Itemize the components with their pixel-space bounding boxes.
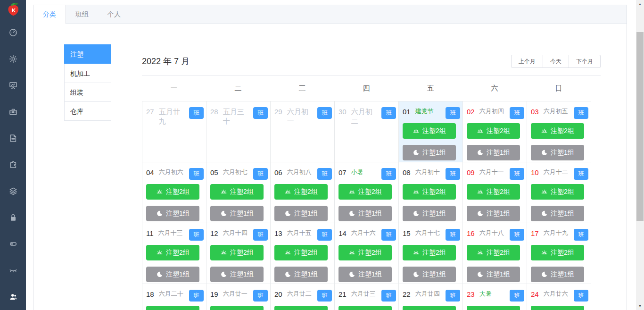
calendar-day-cell[interactable]: 10六月十二班注塑2组注塑1组 xyxy=(527,162,591,223)
calendar-day-cell[interactable]: 24六月廿六班注塑2组注塑1组 xyxy=(527,284,591,310)
calendar-day-cell[interactable]: 21六月廿三班注塑2组注塑1组 xyxy=(335,284,399,310)
night-shift-button[interactable]: 注塑1组 xyxy=(210,206,264,221)
calendar-day-cell[interactable]: 19六月廿一班注塑2组注塑1组 xyxy=(206,284,271,310)
day-shift-button[interactable]: 注塑2组 xyxy=(339,306,392,310)
day-shift-button[interactable]: 注塑2组 xyxy=(467,245,520,260)
calendar-day-cell[interactable]: 18六月二十班注塑2组注塑1组 xyxy=(142,284,206,310)
day-shift-button[interactable]: 注塑2组 xyxy=(210,184,264,200)
toggle-icon[interactable] xyxy=(0,231,26,257)
day-shift-button[interactable]: 注塑2组 xyxy=(531,123,584,139)
day-shift-button[interactable]: 注塑2组 xyxy=(339,184,392,200)
night-shift-button[interactable]: 注塑1组 xyxy=(339,206,392,221)
prev-month-button[interactable]: 上个月 xyxy=(511,55,543,68)
category-machining[interactable]: 机加工 xyxy=(65,64,111,83)
shift-badge-button[interactable]: 班 xyxy=(189,290,204,302)
day-shift-button[interactable]: 注塑2组 xyxy=(531,245,584,260)
shift-badge-button[interactable]: 班 xyxy=(446,168,460,180)
shift-badge-button[interactable]: 班 xyxy=(574,107,588,119)
night-shift-button[interactable]: 注塑1组 xyxy=(467,145,520,160)
day-shift-button[interactable]: 注塑2组 xyxy=(146,245,199,260)
calendar-day-cell[interactable]: 03六月初五班注塑2组注塑1组 xyxy=(527,101,591,162)
shift-badge-button[interactable]: 班 xyxy=(381,229,396,241)
shift-badge-button[interactable]: 班 xyxy=(510,290,524,302)
shift-badge-button[interactable]: 班 xyxy=(253,229,268,241)
document-icon[interactable] xyxy=(0,125,26,151)
day-shift-button[interactable]: 注塑2组 xyxy=(210,245,264,260)
calendar-day-cell[interactable]: 23大暑班注塑2组注塑1组 xyxy=(463,284,527,310)
tab-category[interactable]: 分类 xyxy=(33,5,66,24)
shift-badge-button[interactable]: 班 xyxy=(189,229,204,241)
night-shift-button[interactable]: 注塑1组 xyxy=(274,206,328,221)
day-shift-button[interactable]: 注塑2组 xyxy=(146,184,199,200)
lock-icon[interactable] xyxy=(0,204,26,231)
night-shift-button[interactable]: 注塑1组 xyxy=(531,145,584,160)
day-shift-button[interactable]: 注塑2组 xyxy=(339,245,392,260)
calendar-day-cell[interactable]: 08六月初十班注塑2组注塑1组 xyxy=(399,162,463,223)
presentation-chart-icon[interactable] xyxy=(0,72,26,99)
day-shift-button[interactable]: 注塑2组 xyxy=(403,306,456,310)
calendar-day-cell[interactable]: 27五月廿九班 xyxy=(142,101,206,162)
users-icon[interactable] xyxy=(0,284,26,310)
shift-badge-button[interactable]: 班 xyxy=(381,290,396,302)
shift-badge-button[interactable]: 班 xyxy=(510,107,524,119)
calendar-day-cell[interactable]: 05六月初七班注塑2组注塑1组 xyxy=(206,162,271,223)
calendar-day-cell[interactable]: 20六月廿二班注塑2组注塑1组 xyxy=(271,284,335,310)
calendar-day-cell[interactable]: 13六月十五班注塑2组注塑1组 xyxy=(271,223,335,284)
day-shift-button[interactable]: 注塑2组 xyxy=(274,245,328,260)
calendar-day-cell[interactable]: 30六月初二班 xyxy=(335,101,399,162)
day-shift-button[interactable]: 注塑2组 xyxy=(403,245,456,260)
page-scrollbar[interactable]: ▲ ▼ xyxy=(636,0,644,310)
night-shift-button[interactable]: 注塑1组 xyxy=(531,206,584,221)
shift-badge-button[interactable]: 班 xyxy=(574,168,588,180)
category-warehouse[interactable]: 仓库 xyxy=(65,102,111,121)
category-assembly[interactable]: 组装 xyxy=(65,83,111,102)
calendar-day-cell[interactable]: 09六月十一班注塑2组注塑1组 xyxy=(463,162,527,223)
settings-gear-icon[interactable] xyxy=(0,46,26,72)
shift-badge-button[interactable]: 班 xyxy=(317,107,332,119)
shift-badge-button[interactable]: 班 xyxy=(253,168,268,180)
calendar-day-cell[interactable]: 01建党节班注塑2组注塑1组 xyxy=(399,101,463,162)
day-shift-button[interactable]: 注塑2组 xyxy=(467,306,520,310)
shift-badge-button[interactable]: 班 xyxy=(574,229,588,241)
tab-team[interactable]: 班组 xyxy=(66,5,98,24)
tab-personal[interactable]: 个人 xyxy=(98,5,130,24)
calendar-day-cell[interactable]: 17六月十九班注塑2组注塑1组 xyxy=(527,223,591,284)
day-shift-button[interactable]: 注塑2组 xyxy=(531,184,584,200)
night-shift-button[interactable]: 注塑1组 xyxy=(339,267,392,282)
shift-badge-button[interactable]: 班 xyxy=(510,168,524,180)
calendar-day-cell[interactable]: 06六月初八班注塑2组注塑1组 xyxy=(271,162,335,223)
night-shift-button[interactable]: 注塑1组 xyxy=(146,206,199,221)
calendar-day-cell[interactable]: 04六月初六班注塑2组注塑1组 xyxy=(142,162,206,223)
calendar-day-cell[interactable]: 29六月初一班 xyxy=(271,101,335,162)
shift-badge-button[interactable]: 班 xyxy=(446,290,460,302)
night-shift-button[interactable]: 注塑1组 xyxy=(146,267,199,282)
calendar-day-cell[interactable]: 12六月十四班注塑2组注塑1组 xyxy=(206,223,271,284)
dashboard-icon[interactable] xyxy=(0,19,26,46)
shift-badge-button[interactable]: 班 xyxy=(510,229,524,241)
night-shift-button[interactable]: 注塑1组 xyxy=(403,267,456,282)
scroll-up-arrow-icon[interactable]: ▲ xyxy=(636,0,644,8)
shift-badge-button[interactable]: 班 xyxy=(446,107,460,119)
calendar-day-cell[interactable]: 15六月十七班注塑2组注塑1组 xyxy=(399,223,463,284)
night-shift-button[interactable]: 注塑1组 xyxy=(210,267,264,282)
shift-badge-button[interactable]: 班 xyxy=(446,229,460,241)
day-shift-button[interactable]: 注塑2组 xyxy=(274,184,328,200)
night-shift-button[interactable]: 注塑1组 xyxy=(467,206,520,221)
shift-badge-button[interactable]: 班 xyxy=(253,107,268,119)
shift-badge-button[interactable]: 班 xyxy=(381,107,396,119)
calendar-day-cell[interactable]: 22六月廿四班注塑2组注塑1组 xyxy=(399,284,463,310)
calendar-day-cell[interactable]: 28五月三十班 xyxy=(206,101,271,162)
puzzle-icon[interactable] xyxy=(0,151,26,178)
today-button[interactable]: 今天 xyxy=(543,55,569,68)
category-injection[interactable]: 注塑 xyxy=(64,44,111,64)
day-shift-button[interactable]: 注塑2组 xyxy=(403,184,456,200)
shift-badge-button[interactable]: 班 xyxy=(253,290,268,302)
toolbox-icon[interactable] xyxy=(0,99,26,125)
night-shift-button[interactable]: 注塑1组 xyxy=(403,145,456,160)
calendar-day-cell[interactable]: 02六月初四班注塑2组注塑1组 xyxy=(463,101,527,162)
shift-badge-button[interactable]: 班 xyxy=(381,168,396,180)
eye-closed-icon[interactable] xyxy=(0,257,26,284)
strawberry-logo[interactable]: K xyxy=(0,0,26,19)
next-month-button[interactable]: 下个月 xyxy=(569,55,601,68)
day-shift-button[interactable]: 注塑2组 xyxy=(146,306,199,310)
